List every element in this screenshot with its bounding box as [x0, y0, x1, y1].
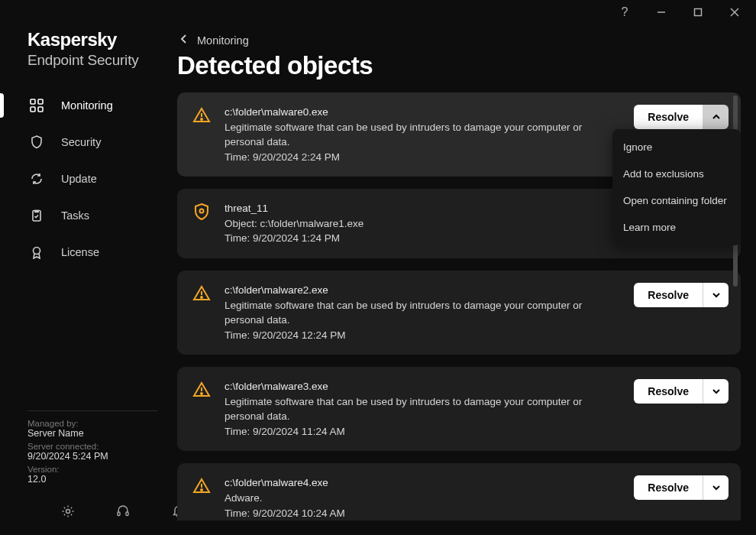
svg-point-17: [201, 297, 202, 298]
detected-object-card: c:\folder\malware3.exeLegitimate softwar…: [177, 367, 741, 451]
main: Monitoring Detected objects c:\folder\ma…: [177, 24, 756, 535]
detected-object-card: c:\folder\malware2.exeLegitimate softwar…: [177, 271, 741, 355]
detected-object-card: c:\folder\malware4.exeAdware.Time: 9/20/…: [177, 463, 741, 520]
resolve-dropdown: IgnoreAdd to exclusionsOpen containing f…: [612, 129, 741, 245]
time-line: Time: 9/20/2024 2:24 PM: [225, 150, 611, 165]
sidebar-item-label: Tasks: [61, 209, 89, 222]
medal-icon: [29, 245, 44, 260]
time-line: Time: 9/20/2024 10:24 AM: [225, 506, 611, 520]
headset-icon[interactable]: [116, 504, 130, 518]
detected-object-card: c:\folder\malware0.exeLegitimate softwar…: [177, 92, 741, 177]
time-line: Time: 9/20/2024 12:24 PM: [225, 328, 611, 343]
sidebar-item-label: License: [61, 246, 99, 258]
maximize-icon[interactable]: [686, 0, 710, 24]
svg-rect-11: [118, 512, 120, 516]
chevron-left-icon: [179, 34, 189, 47]
description: Legitimate software that can be used by …: [225, 120, 611, 150]
svg-rect-6: [31, 107, 35, 112]
resolve-button[interactable]: Resolve: [634, 283, 703, 307]
breadcrumb[interactable]: Monitoring: [177, 34, 741, 47]
dashboard-icon: [29, 98, 44, 113]
chevron-down-icon[interactable]: [703, 379, 729, 404]
detected-objects-list: c:\folder\malware0.exeLegitimate softwar…: [177, 92, 741, 520]
resolve-button-group: Resolve: [634, 379, 729, 404]
chevron-up-icon[interactable]: [703, 105, 729, 129]
resolve-button-group: Resolve: [634, 105, 729, 129]
resolve-button-group: Resolve: [634, 283, 729, 307]
sidebar-item-update[interactable]: Update: [0, 160, 177, 197]
nav: Monitoring Security Update Tasks: [0, 87, 177, 271]
dropdown-item-ignore[interactable]: Ignore: [612, 134, 741, 160]
svg-point-9: [34, 248, 40, 255]
sidebar-item-monitoring[interactable]: Monitoring: [0, 87, 177, 124]
sidebar-footer: Managed by: Server Name Server connected…: [0, 410, 177, 535]
breadcrumb-label: Monitoring: [197, 34, 249, 47]
refresh-icon: [29, 171, 44, 186]
object-path: c:\folder\malware0.exe: [225, 105, 611, 120]
svg-rect-5: [38, 99, 43, 104]
version-label: Version:: [27, 465, 177, 474]
card-body: c:\folder\malware2.exeLegitimate softwar…: [225, 283, 611, 342]
dropdown-item-learn-more[interactable]: Learn more: [612, 214, 741, 241]
server-connected-value: 9/20/2024 5:24 PM: [27, 451, 177, 462]
svg-point-10: [66, 510, 70, 514]
sidebar-item-license[interactable]: License: [0, 234, 177, 271]
server-connected-label: Server connected:: [27, 442, 177, 451]
warning-triangle-icon: [192, 381, 211, 399]
clipboard-icon: [29, 208, 44, 223]
svg-rect-4: [31, 99, 35, 104]
warning-triangle-icon: [192, 477, 211, 495]
svg-point-19: [201, 393, 202, 394]
sidebar-item-label: Monitoring: [61, 99, 113, 112]
resolve-button-group: Resolve: [634, 475, 729, 500]
card-body: c:\folder\malware4.exeAdware.Time: 9/20/…: [225, 475, 611, 520]
object-path: c:\folder\malware3.exe: [225, 379, 611, 394]
dropdown-item-add-exclusions[interactable]: Add to exclusions: [612, 160, 741, 187]
brand-title: Kaspersky: [27, 29, 177, 50]
brand: Kaspersky Endpoint Security: [0, 29, 177, 83]
time-line: Time: 9/20/2024 11:24 AM: [225, 424, 611, 439]
chevron-down-icon[interactable]: [703, 283, 729, 307]
managed-by-label: Managed by:: [27, 419, 177, 428]
warning-triangle-icon: [192, 284, 211, 303]
description: Adware.: [225, 491, 611, 506]
svg-rect-1: [695, 9, 702, 16]
resolve-button[interactable]: Resolve: [634, 379, 703, 404]
page-title: Detected objects: [177, 51, 741, 80]
close-icon[interactable]: [722, 0, 747, 24]
warning-triangle-icon: [192, 106, 211, 125]
brand-subtitle: Endpoint Security: [27, 52, 177, 69]
sidebar-item-security[interactable]: Security: [0, 124, 177, 160]
managed-by-value: Server Name: [27, 428, 177, 439]
dropdown-item-open-folder[interactable]: Open containing folder: [612, 187, 741, 214]
gear-icon[interactable]: [61, 504, 75, 518]
object-path: c:\folder\malware4.exe: [225, 475, 611, 491]
chevron-down-icon[interactable]: [703, 475, 729, 500]
object-path: c:\folder\malware2.exe: [225, 283, 611, 298]
svg-point-21: [201, 489, 202, 491]
svg-rect-12: [126, 512, 128, 516]
resolve-button[interactable]: Resolve: [634, 475, 703, 500]
version-value: 12.0: [27, 474, 177, 485]
card-body: c:\folder\malware0.exeLegitimate softwar…: [225, 105, 611, 164]
svg-point-14: [201, 118, 202, 120]
sidebar-item-label: Security: [61, 136, 101, 148]
resolve-button[interactable]: Resolve: [634, 105, 703, 129]
help-icon[interactable]: ?: [612, 0, 637, 24]
minimize-icon[interactable]: [649, 0, 674, 24]
svg-point-15: [200, 209, 204, 213]
description: Legitimate software that can be used by …: [225, 298, 611, 328]
card-body: c:\folder\malware3.exeLegitimate softwar…: [225, 379, 611, 439]
titlebar: ?: [0, 0, 756, 24]
description: Legitimate software that can be used by …: [225, 394, 611, 424]
sidebar: Kaspersky Endpoint Security Monitoring S…: [0, 24, 177, 535]
shield-icon: [29, 135, 44, 150]
shield-outline-icon: [192, 203, 211, 221]
svg-rect-7: [38, 107, 43, 112]
sidebar-item-label: Update: [61, 173, 97, 185]
sidebar-item-tasks[interactable]: Tasks: [0, 197, 177, 234]
